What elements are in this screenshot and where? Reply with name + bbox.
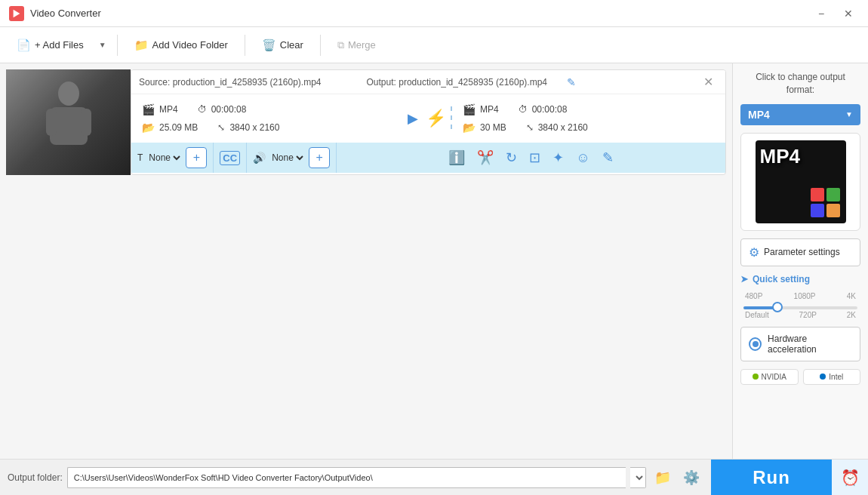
- slider-track[interactable]: [743, 306, 857, 309]
- person-silhouette: [38, 77, 99, 168]
- alarm-button[interactable]: ⏰: [832, 460, 868, 496]
- file-item-labels: Source: production_id_4258935 (2160p).mp…: [139, 76, 576, 88]
- thunder-icon: ⚡: [421, 100, 451, 137]
- clear-button[interactable]: 🗑️ Clear: [253, 34, 312, 57]
- cut-button[interactable]: ✂️: [472, 146, 498, 169]
- quick-setting-icon: ➤: [740, 274, 748, 284]
- cc-button[interactable]: CC: [214, 143, 247, 173]
- settings-button[interactable]: ⚙️: [679, 466, 703, 490]
- svg-rect-3: [46, 109, 57, 136]
- slider-labels-top: 480P 1080P 4K: [743, 292, 857, 300]
- add-folder-icon: 📁: [134, 38, 149, 52]
- toolbar-divider-2: [245, 35, 245, 56]
- window-controls: − ✕: [811, 5, 859, 23]
- intel-badge[interactable]: Intel: [803, 369, 861, 385]
- quality-slider[interactable]: 480P 1080P 4K Default 720P 2K: [740, 292, 860, 319]
- edit-output-icon[interactable]: ✎: [567, 76, 576, 88]
- watermark-button[interactable]: ☺: [571, 147, 594, 169]
- cc-icon: CC: [220, 151, 240, 165]
- format-preview-image: MP4: [756, 140, 846, 223]
- browse-folder-button[interactable]: 📁: [651, 466, 675, 490]
- svg-point-1: [58, 81, 79, 106]
- clear-icon: 🗑️: [262, 38, 276, 52]
- folder-icon: 📂: [142, 121, 155, 134]
- merge-button[interactable]: ⧉ Merge: [328, 35, 385, 56]
- format-preview-decoration: [811, 188, 840, 217]
- close-file-button[interactable]: ✕: [699, 73, 718, 91]
- output-label: Output: production_id_4258935 (2160p).mp…: [367, 77, 548, 88]
- slider-thumb[interactable]: [772, 302, 783, 312]
- hw-accel-icon: [749, 337, 762, 351]
- format-preview: MP4: [740, 133, 860, 231]
- audio-add-button[interactable]: +: [309, 147, 330, 168]
- edit-button[interactable]: ✎: [598, 146, 618, 169]
- slider-ticks: Default 720P 2K: [743, 311, 857, 319]
- clock-icon: ⏱: [198, 104, 207, 115]
- add-files-icon: 📄: [17, 38, 31, 52]
- source-info: 🎬 MP4 ⏱ 00:00:08 📂 25.09 MB ⤡ 3840 x 216…: [131, 100, 405, 137]
- subtitle-label-t: T: [137, 152, 143, 163]
- add-files-dropdown-arrow[interactable]: ▼: [96, 38, 109, 52]
- audio-icon: 🔊: [253, 152, 266, 164]
- svg-marker-0: [14, 9, 20, 17]
- file-item-body: 🎬 MP4 ⏱ 00:00:08 📂 25.09 MB ⤡ 3840 x 216…: [131, 94, 725, 143]
- quick-setting-label: ➤ Quick setting: [740, 274, 860, 284]
- source-label: Source: production_id_4258935 (2160p).mp…: [139, 77, 322, 88]
- source-size-row: 📂 25.09 MB ⤡ 3840 x 2160: [142, 121, 394, 134]
- output-format-icon: 🎬: [463, 103, 476, 115]
- format-change-title: Click to change output format:: [740, 71, 860, 97]
- left-panel: Source: production_id_4258935 (2160p).mp…: [0, 63, 732, 459]
- nvidia-dot: [753, 374, 759, 380]
- output-clock-icon: ⏱: [519, 104, 528, 115]
- gpu-badges: NVIDIA Intel: [740, 369, 860, 385]
- rotate-button[interactable]: ↻: [501, 146, 522, 169]
- subtitle-select-group: T None +: [131, 143, 214, 173]
- file-item-card: Source: production_id_4258935 (2160p).mp…: [131, 69, 726, 175]
- add-folder-button[interactable]: 📁 Add Video Folder: [125, 34, 237, 57]
- output-folder-group: Output folder: 📁 ⚙️: [0, 466, 711, 490]
- svg-rect-4: [81, 109, 91, 136]
- subtitle-select[interactable]: None: [146, 152, 183, 164]
- app-logo: [9, 6, 24, 21]
- action-icons-group: ℹ️ ✂️ ↻ ⊡ ✦ ☺ ✎: [337, 146, 725, 169]
- output-resize-icon: ⤡: [526, 122, 534, 133]
- enhance-button[interactable]: ✦: [548, 146, 568, 169]
- toolbar-divider-1: [117, 35, 118, 56]
- thumbnail-image: [6, 69, 131, 175]
- hardware-acceleration-button[interactable]: Hardware acceleration: [740, 327, 860, 361]
- source-format-row: 🎬 MP4 ⏱ 00:00:08: [142, 103, 394, 115]
- crop-button[interactable]: ⊡: [525, 146, 545, 169]
- add-files-button[interactable]: 📄 + Add Files: [8, 34, 93, 57]
- output-info: 🎬 MP4 ⏱ 00:00:08 📂 30 MB ⤡ 3840 x 2160: [452, 100, 725, 137]
- intel-dot: [820, 374, 826, 380]
- format-selector[interactable]: MP4 ▼: [740, 104, 860, 125]
- bottom-bar: Output folder: 📁 ⚙️ Run ⏰: [0, 459, 868, 495]
- nvidia-badge[interactable]: NVIDIA: [740, 369, 799, 385]
- output-path-dropdown[interactable]: [630, 467, 646, 488]
- toolbar-divider-3: [320, 35, 321, 56]
- minimize-button[interactable]: −: [811, 5, 832, 23]
- format-icon: 🎬: [142, 103, 155, 115]
- param-settings-icon: ⚙: [749, 245, 759, 260]
- app-title: Video Converter: [30, 8, 811, 19]
- resize-icon: ⤡: [217, 122, 225, 133]
- info-button[interactable]: ℹ️: [444, 146, 469, 169]
- title-bar: Video Converter − ✕: [0, 0, 868, 27]
- right-panel: Click to change output format: MP4 ▼ MP4: [732, 63, 868, 459]
- convert-arrow: ▶: [405, 100, 421, 137]
- subtitle-action-row: T None + CC 🔊 None: [131, 143, 725, 173]
- toolbar: 📄 + Add Files ▼ 📁 Add Video Folder 🗑️ Cl…: [0, 27, 868, 63]
- subtitle-add-button[interactable]: +: [186, 147, 207, 168]
- thumbnail: [6, 69, 131, 175]
- parameter-settings-button[interactable]: ⚙ Parameter settings: [740, 238, 860, 266]
- merge-icon: ⧉: [337, 39, 344, 51]
- main-area: Source: production_id_4258935 (2160p).mp…: [0, 63, 868, 459]
- output-path-input[interactable]: [67, 467, 626, 488]
- close-button[interactable]: ✕: [838, 5, 859, 23]
- output-size-row: 📂 30 MB ⤡ 3840 x 2160: [463, 121, 715, 134]
- file-row: Source: production_id_4258935 (2160p).mp…: [6, 69, 726, 175]
- run-button[interactable]: Run: [711, 460, 832, 496]
- audio-select[interactable]: None: [269, 152, 306, 164]
- audio-select-group: 🔊 None +: [247, 143, 337, 173]
- output-folder-icon: 📂: [463, 121, 476, 134]
